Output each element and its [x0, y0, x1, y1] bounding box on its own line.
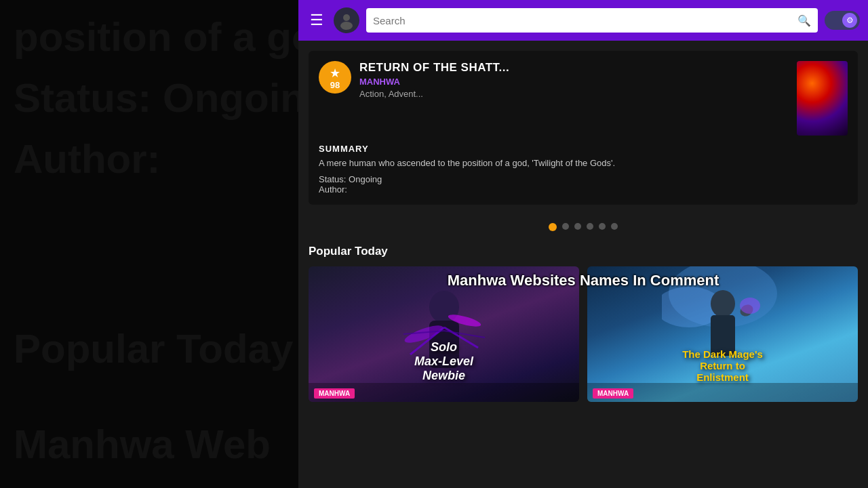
summary-section: SUMMARY A mere human who ascended to the…: [319, 144, 848, 195]
card2-label: MANHWA: [587, 383, 858, 402]
card2-title-overlay: The Dark Mage'sReturn toEnlistment: [587, 348, 858, 383]
manga-status: Status: Ongoing: [319, 174, 848, 184]
manga-genres: Action, Advent...: [359, 89, 789, 99]
search-bar[interactable]: 🔍: [366, 8, 818, 33]
avatar[interactable]: [334, 7, 359, 33]
carousel-dot-1[interactable]: [549, 223, 557, 231]
rating-number: 98: [330, 81, 340, 89]
carousel-dot-6[interactable]: [611, 223, 618, 230]
left-overlay: [0, 0, 298, 488]
featured-info: RETURN OF THE SHATT... MANHWA Action, Ad…: [359, 61, 789, 99]
popular-section-title: Popular Today: [309, 245, 858, 258]
card1-title-overlay: SoloMax-LevelNewbie: [309, 340, 579, 383]
manga-card-2[interactable]: The Dark Mage'sReturn toEnlistment MANHW…: [587, 266, 858, 402]
card1-label: MANHWA: [309, 383, 579, 402]
star-icon: ★: [330, 66, 340, 81]
featured-section: ★ 98 RETURN OF THE SHATT... MANHWA Actio…: [298, 41, 868, 215]
card2-badge: MANHWA: [593, 388, 633, 399]
carousel-dot-3[interactable]: [574, 223, 581, 230]
summary-text: A mere human who ascended to the positio…: [319, 157, 848, 170]
popular-section: Popular Today Manhwa Websites Names In C…: [298, 237, 868, 407]
cover-thumbnail[interactable]: [797, 61, 848, 136]
svg-point-0: [343, 14, 350, 21]
manga-type: MANHWA: [359, 77, 789, 87]
featured-top: ★ 98 RETURN OF THE SHATT... MANHWA Actio…: [319, 61, 848, 136]
svg-point-1: [340, 22, 353, 30]
toggle-circle: ⚙: [842, 13, 857, 28]
manga-title: RETURN OF THE SHATT...: [359, 61, 789, 75]
summary-label: SUMMARY: [319, 144, 848, 154]
search-icon: 🔍: [797, 14, 811, 27]
navbar: ☰ 🔍 ⚙: [298, 0, 868, 41]
svg-point-12: [711, 290, 735, 317]
manga-author: Author:: [319, 184, 848, 195]
carousel-dot-2[interactable]: [562, 223, 569, 230]
app-panel: ☰ 🔍 ⚙ ★ 98 RETURN OF TH: [298, 0, 868, 488]
carousel-dots: [298, 215, 868, 237]
svg-point-15: [740, 298, 760, 314]
manga-card-1[interactable]: SoloMax-LevelNewbie MANHWA: [309, 266, 579, 402]
search-input[interactable]: [373, 15, 792, 26]
carousel-dot-4[interactable]: [587, 223, 593, 230]
popular-grid: Manhwa Websites Names In Comment: [309, 266, 858, 402]
rating-badge: ★ 98: [319, 61, 351, 94]
menu-button[interactable]: ☰: [307, 8, 327, 33]
theme-toggle[interactable]: ⚙: [825, 11, 860, 30]
settings-icon: ⚙: [846, 16, 854, 25]
featured-card[interactable]: ★ 98 RETURN OF THE SHATT... MANHWA Actio…: [309, 51, 858, 205]
card1-badge: MANHWA: [314, 388, 355, 399]
cover-art: [797, 61, 848, 136]
carousel-dot-5[interactable]: [599, 223, 606, 230]
